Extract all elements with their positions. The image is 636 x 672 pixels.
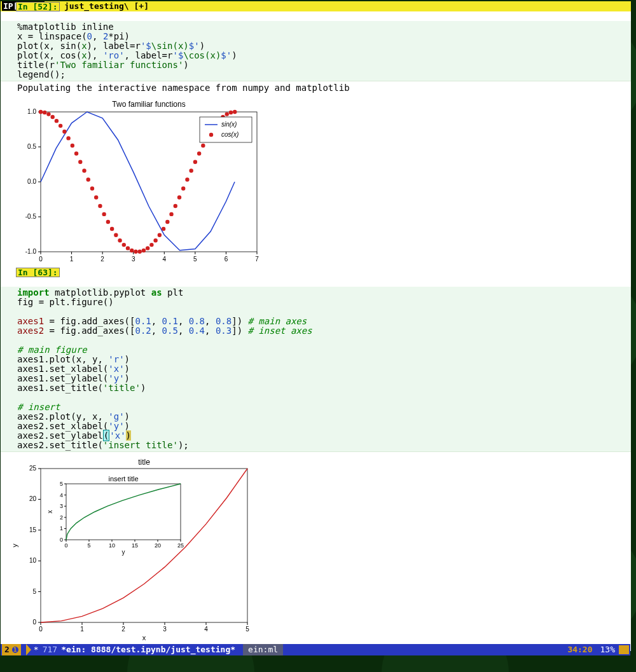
chart-two-familiar-functions: 01234567-1.0-0.50.00.51.0Two familiar fu…: [6, 99, 260, 268]
svg-text:3: 3: [60, 503, 63, 509]
svg-text:0: 0: [60, 537, 63, 543]
svg-text:20: 20: [29, 495, 37, 502]
svg-text:20: 20: [155, 542, 161, 549]
svg-text:y: y: [122, 549, 125, 556]
status-cap-icon: [619, 645, 629, 654]
svg-text:0.5: 0.5: [27, 143, 36, 150]
svg-text:0.0: 0.0: [27, 178, 36, 185]
svg-point-55: [146, 246, 149, 250]
svg-text:sin(x): sin(x): [221, 121, 237, 128]
svg-point-29: [43, 111, 46, 114]
mode-indicator: ein:ml: [243, 644, 283, 655]
svg-rect-111: [66, 484, 181, 540]
cell-2-prompt: In [63]:: [16, 268, 60, 277]
cell-2-code-text[interactable]: import matplotlib.pyplot as plt fig = pl…: [17, 288, 630, 450]
linecount: 717: [43, 644, 57, 655]
workspace-badge[interactable]: 2 1: [2, 644, 21, 655]
tab-suffix: [+]: [129, 1, 149, 11]
svg-point-81: [209, 133, 213, 137]
svg-text:3: 3: [163, 626, 167, 633]
cell-2[interactable]: In [63]: import matplotlib.pyplot as plt…: [1, 277, 631, 651]
svg-text:15: 15: [29, 526, 37, 533]
svg-text:25: 25: [29, 465, 37, 472]
cell-2-code[interactable]: import matplotlib.pyplot as plt fig = pl…: [1, 287, 631, 452]
svg-text:4: 4: [163, 256, 167, 263]
scroll-percent: 13%: [600, 644, 615, 655]
svg-point-34: [62, 130, 66, 134]
svg-point-49: [122, 243, 126, 247]
cell-1-code[interactable]: %matplotlib inline x = linspace(0, 2*pi)…: [1, 21, 631, 81]
svg-point-57: [153, 238, 157, 242]
svg-point-38: [78, 160, 82, 164]
cell-1-prompt: In [52]:: [16, 2, 60, 11]
svg-point-66: [189, 168, 193, 172]
tab-bar[interactable]: IP[63]: /1: just_testing\ [+]: [1, 1, 631, 11]
svg-point-50: [126, 246, 130, 250]
svg-point-59: [162, 227, 165, 231]
svg-text:5: 5: [32, 588, 36, 595]
svg-text:y: y: [11, 544, 18, 547]
svg-point-77: [233, 110, 237, 114]
svg-text:0: 0: [32, 619, 36, 626]
svg-point-54: [142, 249, 146, 252]
svg-text:25: 25: [177, 542, 184, 549]
svg-text:Two familiar functions: Two familiar functions: [112, 100, 185, 109]
svg-point-75: [225, 112, 229, 116]
svg-text:x: x: [46, 511, 53, 514]
svg-point-47: [114, 233, 118, 237]
svg-point-44: [102, 212, 106, 216]
buffer-name[interactable]: *ein: 8888/test.ipynb/just_testing*: [61, 644, 235, 655]
svg-point-31: [50, 115, 54, 119]
svg-point-48: [118, 238, 121, 242]
cell-1[interactable]: In [52]: %matplotlib inline x = linspace…: [1, 11, 631, 277]
svg-text:-0.5: -0.5: [25, 213, 37, 220]
svg-text:7: 7: [255, 256, 259, 263]
svg-point-51: [130, 249, 134, 252]
svg-text:10: 10: [109, 542, 115, 549]
svg-point-32: [55, 119, 59, 123]
svg-point-76: [229, 111, 233, 114]
cell-1-code-text[interactable]: %matplotlib inline x = linspace(0, 2*pi)…: [17, 22, 630, 79]
svg-text:0: 0: [39, 256, 43, 263]
badge-right: 1: [12, 647, 18, 653]
svg-text:2: 2: [100, 256, 104, 263]
svg-point-67: [193, 160, 197, 164]
svg-point-56: [149, 243, 153, 247]
svg-text:1: 1: [60, 525, 63, 531]
svg-text:5: 5: [193, 256, 197, 263]
svg-point-64: [181, 186, 185, 190]
svg-point-33: [59, 124, 62, 128]
svg-point-63: [177, 195, 181, 199]
status-bar: 2 1 * 717 *ein: 8888/test.ipynb/just_tes…: [1, 644, 630, 655]
svg-text:5: 5: [87, 542, 90, 549]
svg-text:4: 4: [204, 626, 208, 633]
svg-point-53: [138, 250, 142, 254]
svg-text:15: 15: [132, 542, 138, 549]
chart-title-with-inset: 0123450510152025titlexy0510152025012345i…: [6, 457, 260, 641]
svg-point-35: [66, 136, 70, 140]
svg-text:5: 5: [245, 626, 249, 633]
svg-point-65: [185, 177, 189, 181]
cell-2-figure: 0123450510152025titlexy0510152025012345i…: [1, 452, 631, 651]
svg-point-30: [46, 112, 50, 116]
svg-text:insert title: insert title: [108, 475, 138, 483]
svg-text:5: 5: [60, 481, 63, 487]
svg-point-37: [74, 151, 78, 155]
svg-text:title: title: [138, 458, 150, 467]
svg-point-41: [90, 186, 94, 190]
svg-point-39: [82, 168, 86, 172]
svg-point-68: [197, 151, 201, 155]
svg-text:2: 2: [121, 626, 125, 633]
svg-text:6: 6: [225, 256, 228, 263]
svg-point-36: [71, 144, 74, 147]
cell-1-output: Populating the interactive namespace fro…: [1, 81, 631, 94]
svg-point-43: [98, 204, 102, 208]
svg-point-40: [86, 177, 90, 181]
svg-text:3: 3: [132, 256, 135, 263]
cell-1-figure: 01234567-1.0-0.50.00.51.0Two familiar fu…: [1, 94, 631, 277]
svg-text:0: 0: [39, 626, 43, 633]
svg-text:10: 10: [29, 557, 37, 564]
svg-point-52: [134, 250, 137, 254]
svg-text:1: 1: [70, 256, 74, 263]
modified-indicator: *: [34, 644, 39, 655]
